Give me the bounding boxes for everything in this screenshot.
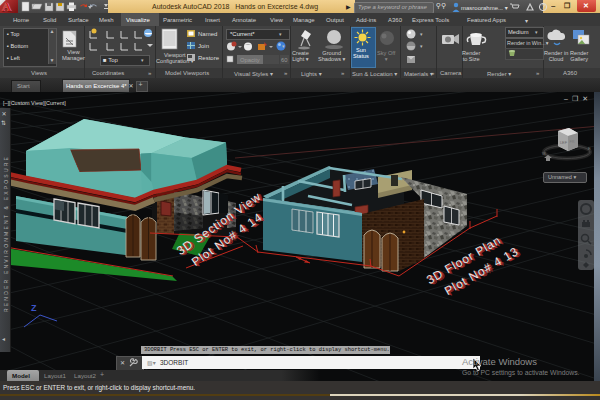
- svg-text:FR: FR: [570, 140, 575, 144]
- svg-text:W: W: [542, 151, 546, 156]
- svg-text:Z: Z: [31, 303, 37, 313]
- svg-text:?: ?: [541, 3, 545, 10]
- svg-text:E: E: [588, 146, 591, 151]
- svg-text:LEF: LEF: [560, 141, 568, 145]
